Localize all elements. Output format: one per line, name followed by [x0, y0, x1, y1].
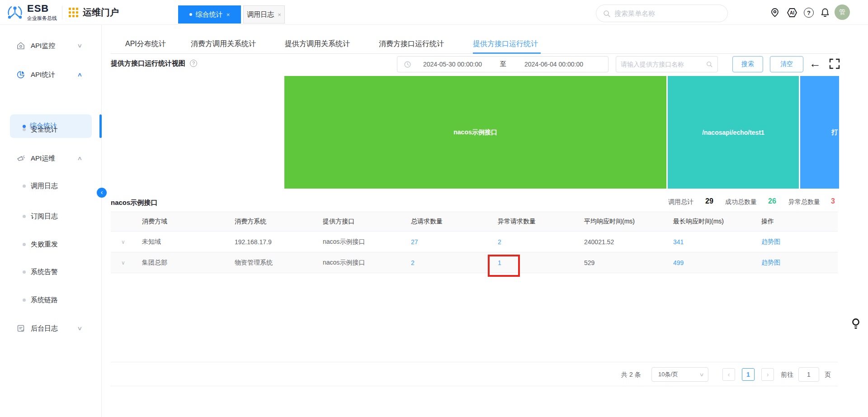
tab-provider-api-run[interactable]: 提供方接口运行统计 — [473, 39, 538, 49]
date-end-value[interactable]: 2024-06-04 00:00:00 — [524, 61, 583, 68]
col-actions: 操作 — [755, 218, 838, 226]
table-bottom-divider — [111, 362, 838, 362]
search-button[interactable]: 搜索 — [732, 56, 763, 72]
header-tab-call-log[interactable]: 调用日志 × — [243, 5, 285, 24]
bullet — [23, 243, 26, 246]
page-size-value: 10条/页 — [658, 370, 678, 379]
treemap-block-clipped[interactable]: 打 — [800, 76, 839, 189]
page-number-1[interactable]: 1 — [742, 368, 755, 381]
date-range-picker[interactable]: 2024-05-30 00:00:00 至 2024-06-04 00:00:0… — [397, 56, 609, 72]
help-tip-icon[interactable]: ? — [190, 60, 197, 67]
stat-total-value: 29 — [705, 197, 713, 205]
sidebar-item-call-log[interactable]: 调用日志 — [0, 178, 102, 194]
treemap-block-nacos[interactable]: nacos示例接口 — [284, 76, 666, 189]
trend-chart-link[interactable]: 趋势图 — [755, 259, 838, 267]
portal-title: 运维门户 — [83, 6, 119, 19]
stat-error-label: 异常总数量 — [788, 198, 820, 206]
fullscreen-icon[interactable] — [829, 58, 840, 70]
ai-assistant-icon[interactable]: AI — [786, 7, 798, 18]
pagination-total: 共 2 条 — [621, 371, 641, 379]
col-total-requests: 总请求数量 — [405, 218, 491, 226]
help-icon[interactable]: ? — [804, 8, 814, 18]
header-divider — [62, 6, 62, 19]
sidebar-item-backend-log[interactable]: 后台日志 ∨ — [0, 320, 102, 336]
sidebar-item-label: API监控 — [31, 42, 55, 50]
help-glyph: ? — [192, 61, 195, 66]
stat-success-label: 成功总数量 — [725, 198, 757, 206]
bullet — [23, 299, 26, 302]
active-tab-underline — [473, 52, 541, 54]
tab-api-distribution[interactable]: API分布统计 — [125, 39, 166, 49]
sidebar-item-label: 系统链路 — [31, 296, 58, 304]
clear-button-label: 清空 — [780, 60, 793, 68]
sidebar-item-retry[interactable]: 失败重发 — [0, 236, 102, 252]
date-start-value[interactable]: 2024-05-30 00:00:00 — [423, 61, 482, 68]
document-log-icon — [16, 324, 25, 333]
cell-total-requests-link[interactable]: 2 — [405, 259, 491, 266]
collapse-left-icon: ‹ — [101, 189, 103, 196]
treemap-block-echo-test1[interactable]: /nacosapi/echo/test1 — [668, 76, 799, 189]
page-number-label: 1 — [746, 371, 750, 378]
cell-max-response-link[interactable]: 499 — [667, 259, 755, 266]
cell-provider-api: nacos示例接口 — [316, 238, 405, 246]
clock-icon — [404, 61, 411, 68]
stat-error-value: 3 — [831, 197, 835, 205]
sidebar-nav: API监控 ∨ API统计 ∧ 综合统计 安全统计 API运维 — [0, 25, 102, 417]
page-size-select[interactable]: 10条/页 ∨ — [651, 367, 708, 382]
trend-chart-link[interactable]: 趋势图 — [755, 238, 838, 246]
row-expand-icon[interactable]: ∨ — [111, 260, 136, 266]
sidebar-item-trace[interactable]: 系统链路 — [0, 292, 102, 308]
back-arrow-button[interactable]: ← — [809, 55, 821, 71]
cell-max-response-link[interactable]: 341 — [667, 238, 755, 246]
goto-page-input[interactable] — [798, 367, 819, 382]
sidebar-item-api-stats[interactable]: API统计 ∧ — [0, 66, 102, 83]
avatar-text: 管 — [839, 8, 845, 16]
menu-search-box[interactable] — [596, 5, 728, 22]
section-title: nacos示例接口 — [111, 199, 157, 207]
bullet — [23, 185, 26, 188]
table-row: ∨ 集团总部 物资管理系统 nacos示例接口 2 1 529 499 趋势图 — [111, 252, 838, 273]
home-monitor-icon — [16, 41, 25, 50]
next-page-button[interactable]: › — [761, 368, 774, 381]
sidebar-item-alert[interactable]: 系统告警 — [0, 264, 102, 280]
logo-title: ESB — [27, 3, 49, 14]
header-tab-overview[interactable]: 综合统计 × — [178, 5, 241, 24]
chevron-down-icon: ∨ — [699, 372, 704, 378]
sidebar-item-security-stats[interactable]: 安全统计 — [0, 121, 102, 137]
close-icon[interactable]: × — [226, 11, 230, 18]
row-expand-icon[interactable]: ∨ — [111, 239, 136, 245]
tab-consumer-api-run[interactable]: 消费方接口运行统计 — [379, 39, 444, 49]
location-icon[interactable] — [769, 7, 780, 18]
chevron-down-icon: ∨ — [77, 43, 82, 49]
pie-chart-icon — [16, 70, 25, 79]
help-glyph: ? — [807, 9, 811, 16]
treemap-label: 打 — [831, 128, 838, 137]
sidebar-item-api-monitor[interactable]: API监控 ∨ — [0, 38, 102, 54]
cell-consumer-system: 192.168.17.9 — [228, 238, 316, 246]
sidebar-item-api-ops[interactable]: API运维 ∧ — [0, 150, 102, 166]
bullet — [23, 215, 26, 218]
sidebar-collapse-button[interactable]: ‹ — [97, 188, 107, 198]
sidebar-item-label: 失败重发 — [31, 240, 58, 249]
close-icon[interactable]: × — [278, 11, 281, 18]
tab-consumer-relation[interactable]: 消费方调用关系统计 — [191, 39, 256, 49]
cell-total-requests-link[interactable]: 27 — [405, 238, 491, 246]
table-row: ∨ 未知域 192.168.17.9 nacos示例接口 27 2 240021… — [111, 232, 838, 252]
sidebar-item-label: API统计 — [31, 71, 55, 79]
esb-logo-icon — [6, 4, 24, 22]
sidebar-item-subscribe-log[interactable]: 订阅日志 — [0, 208, 102, 224]
col-consumer-system: 消费方系统 — [228, 218, 316, 226]
user-avatar[interactable]: 管 — [835, 5, 850, 20]
bell-icon[interactable] — [820, 7, 830, 18]
cell-error-requests-link[interactable]: 2 — [491, 238, 578, 246]
cell-avg-response: 529 — [578, 259, 667, 266]
clear-button[interactable]: 清空 — [770, 56, 803, 72]
provider-api-filter-input[interactable] — [621, 61, 706, 68]
prev-page-button[interactable]: ‹ — [722, 368, 735, 381]
tab-provider-relation[interactable]: 提供方调用关系统计 — [285, 39, 350, 49]
provider-api-filter[interactable] — [616, 56, 718, 72]
menu-search-input[interactable] — [614, 9, 721, 17]
lightbulb-icon[interactable] — [851, 317, 861, 331]
panel-bottom-divider — [111, 386, 838, 386]
chevron-up-icon: ∧ — [77, 155, 82, 161]
